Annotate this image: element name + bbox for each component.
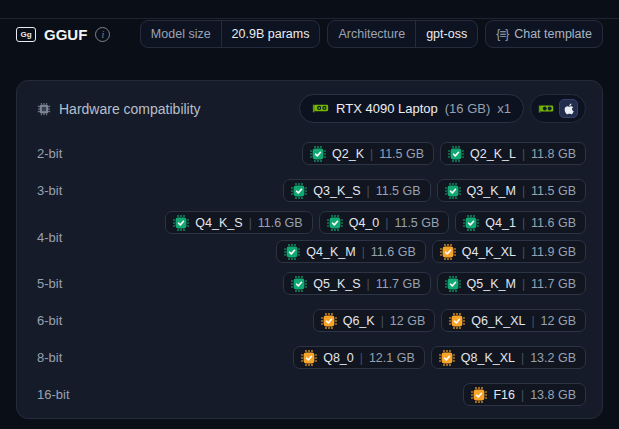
gguf-hardware-panel: Gg GGUF i Model size 20.9B params Archit… [0, 16, 619, 429]
quant-name: Q2_K [332, 147, 364, 161]
badge-list: F16|13.8 GB [95, 383, 586, 406]
chip-check-orange-icon [449, 313, 465, 329]
quant-badge-Q4_K_S[interactable]: Q4_K_S|11.6 GB [165, 211, 312, 234]
model-size-label: Model size [141, 21, 221, 47]
quant-row-5-bit: 5-bit Q5_K_S|11.7 GB Q5_K_M|11.7 GB [37, 265, 586, 302]
quant-size: 11.6 GB [258, 216, 303, 230]
quant-name: Q4_0 [349, 216, 380, 230]
separator: | [531, 314, 534, 328]
chip-check-orange-icon [439, 350, 455, 366]
chip-check-green-icon [291, 183, 307, 199]
separator: | [522, 277, 525, 291]
top-divider [0, 18, 619, 19]
architecture-value: gpt-oss [415, 21, 477, 47]
quant-size: 11.9 GB [531, 245, 576, 259]
separator: | [522, 147, 525, 161]
model-size-value: 20.9B params [221, 21, 320, 47]
quant-row-8-bit: 8-bit Q8_0|12.1 GB Q8_K_XL|13.2 GB [37, 339, 586, 376]
header-pills: Model size 20.9B params Architecture gpt… [140, 20, 603, 48]
apple-toggle-icon[interactable] [559, 99, 578, 118]
separator: | [521, 351, 524, 365]
hardware-compatibility-card: Hardware compatibility RTX 40 [16, 80, 603, 419]
badge-list: Q3_K_S|11.5 GB Q3_K_M|11.5 GB [95, 179, 586, 202]
header-left: Gg GGUF i [16, 26, 110, 43]
quant-size: 11.5 GB [394, 216, 439, 230]
quant-badge-Q8_K_XL[interactable]: Q8_K_XL|13.2 GB [431, 346, 586, 369]
badge-list: Q8_0|12.1 GB Q8_K_XL|13.2 GB [95, 346, 586, 369]
quant-badge-Q6_K[interactable]: Q6_K|12 GB [313, 309, 436, 332]
quant-name: Q4_1 [485, 216, 516, 230]
quant-size: 12.1 GB [369, 351, 415, 365]
quant-name: Q4_K_S [195, 216, 242, 230]
architecture-pill: Architecture gpt-oss [327, 20, 478, 48]
quant-badge-Q2_K_L[interactable]: Q2_K_L|11.8 GB [440, 142, 586, 165]
chip-check-green-icon [173, 215, 189, 231]
quant-name: Q3_K_M [467, 184, 516, 198]
chat-template-label: Chat template [514, 27, 592, 41]
quant-size: 11.7 GB [376, 277, 421, 291]
chip-check-green-icon [310, 146, 326, 162]
row-label: 4-bit [37, 230, 95, 245]
quant-badge-Q5_K_S[interactable]: Q5_K_S|11.7 GB [283, 272, 430, 295]
separator: | [521, 388, 524, 402]
card-title: Hardware compatibility [59, 101, 201, 117]
header: Gg GGUF i Model size 20.9B params Archit… [0, 16, 619, 52]
chip-check-green-icon [448, 146, 464, 162]
quant-badge-Q6_K_XL[interactable]: Q6_K_XL|12 GB [441, 309, 586, 332]
chip-check-green-icon [327, 215, 343, 231]
quant-size: 11.5 GB [379, 147, 424, 161]
chip-check-green-icon [445, 276, 461, 292]
chip-icon [37, 102, 51, 116]
nvidia-gpu-toggle-icon[interactable] [538, 104, 554, 114]
quant-badge-Q4_0[interactable]: Q4_0|11.5 GB [319, 211, 450, 234]
quant-name: Q8_0 [323, 351, 354, 365]
quant-name: Q2_K_L [470, 147, 516, 161]
gpu-selector-dropdown[interactable]: RTX 4090 Laptop (16 GB) x1 [299, 94, 524, 123]
badge-list: Q5_K_S|11.7 GB Q5_K_M|11.7 GB [95, 272, 586, 295]
quant-row-4-bit: 4-bit Q4_K_S|11.6 GB Q4_0|11.5 GB Q4_1|1… [37, 209, 586, 265]
quant-badge-Q4_K_XL[interactable]: Q4_K_XL|11.9 GB [432, 240, 586, 263]
gpu-count: x1 [497, 101, 511, 116]
chat-template-button[interactable]: {≡} Chat template [485, 20, 603, 48]
quant-badge-Q4_1[interactable]: Q4_1|11.6 GB [455, 211, 586, 234]
chip-check-orange-icon [301, 350, 317, 366]
quant-badge-Q4_K_M[interactable]: Q4_K_M|11.6 GB [276, 240, 425, 263]
separator: | [362, 245, 365, 259]
quant-name: Q3_K_S [313, 184, 360, 198]
architecture-label: Architecture [328, 21, 415, 47]
quant-size: 13.8 GB [530, 388, 576, 402]
badge-list: Q4_K_S|11.6 GB Q4_0|11.5 GB Q4_1|11.6 GB… [95, 211, 586, 263]
quant-size: 11.6 GB [371, 245, 416, 259]
quantization-rows: 2-bit Q2_K|11.5 GB Q2_K_L|11.8 GB3-bit Q… [17, 131, 602, 413]
quant-size: 12 GB [541, 314, 576, 328]
quant-name: Q8_K_XL [461, 351, 515, 365]
quant-badge-F16[interactable]: F16|13.8 GB [463, 383, 586, 406]
separator: | [249, 216, 252, 230]
quant-size: 11.5 GB [376, 184, 421, 198]
separator: | [367, 184, 370, 198]
quant-row-2-bit: 2-bit Q2_K|11.5 GB Q2_K_L|11.8 GB [37, 135, 586, 172]
gguf-logo-icon: Gg [16, 27, 36, 42]
row-label: 16-bit [37, 387, 95, 402]
separator: | [360, 351, 363, 365]
quant-badge-Q3_K_S[interactable]: Q3_K_S|11.5 GB [283, 179, 430, 202]
separator: | [381, 314, 384, 328]
quant-row-16-bit: 16-bit F16|13.8 GB [37, 376, 586, 413]
gpu-name: RTX 4090 Laptop [336, 101, 438, 116]
info-icon[interactable]: i [95, 27, 110, 42]
badge-list: Q2_K|11.5 GB Q2_K_L|11.8 GB [95, 142, 586, 165]
quant-badge-Q3_K_M[interactable]: Q3_K_M|11.5 GB [437, 179, 586, 202]
chip-check-green-icon [445, 183, 461, 199]
page-title: GGUF [44, 26, 87, 43]
quant-badge-Q8_0[interactable]: Q8_0|12.1 GB [293, 346, 425, 369]
quant-name: Q6_K [343, 314, 375, 328]
row-label: 6-bit [37, 313, 95, 328]
quant-size: 11.8 GB [531, 147, 576, 161]
quant-badge-Q5_K_M[interactable]: Q5_K_M|11.7 GB [437, 272, 586, 295]
row-label: 8-bit [37, 350, 95, 365]
model-size-pill: Model size 20.9B params [140, 20, 321, 48]
quant-size: 11.6 GB [531, 216, 576, 230]
quant-badge-Q2_K[interactable]: Q2_K|11.5 GB [302, 142, 434, 165]
quant-name: Q4_K_XL [462, 245, 516, 259]
quant-name: Q6_K_XL [471, 314, 525, 328]
